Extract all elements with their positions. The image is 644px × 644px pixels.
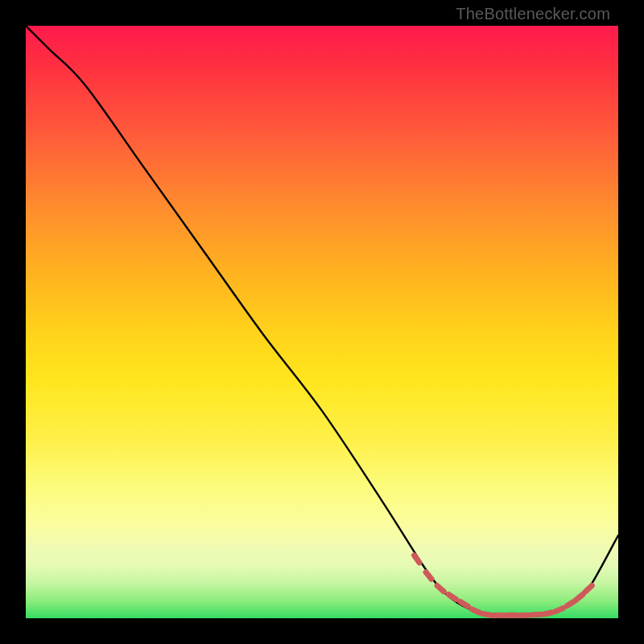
marker-dash bbox=[585, 585, 592, 592]
marker-dash bbox=[530, 614, 539, 615]
marker-dash bbox=[543, 613, 551, 614]
marker-dash bbox=[567, 601, 574, 606]
marker-dash bbox=[576, 594, 583, 600]
marker-dash bbox=[426, 572, 431, 580]
marker-dash bbox=[460, 602, 468, 607]
marker-dash bbox=[484, 614, 493, 616]
marker-dashes bbox=[415, 555, 592, 616]
chart-svg bbox=[26, 26, 618, 618]
marker-dash bbox=[448, 595, 456, 600]
marker-dash bbox=[437, 586, 444, 592]
plot-area bbox=[26, 26, 618, 618]
chart-frame bbox=[26, 26, 618, 618]
marker-dash bbox=[415, 555, 419, 563]
marker-dash bbox=[555, 609, 563, 612]
watermark-text: TheBottlenecker.com bbox=[456, 5, 610, 23]
curve-line bbox=[26, 26, 618, 616]
marker-dash bbox=[472, 609, 480, 613]
